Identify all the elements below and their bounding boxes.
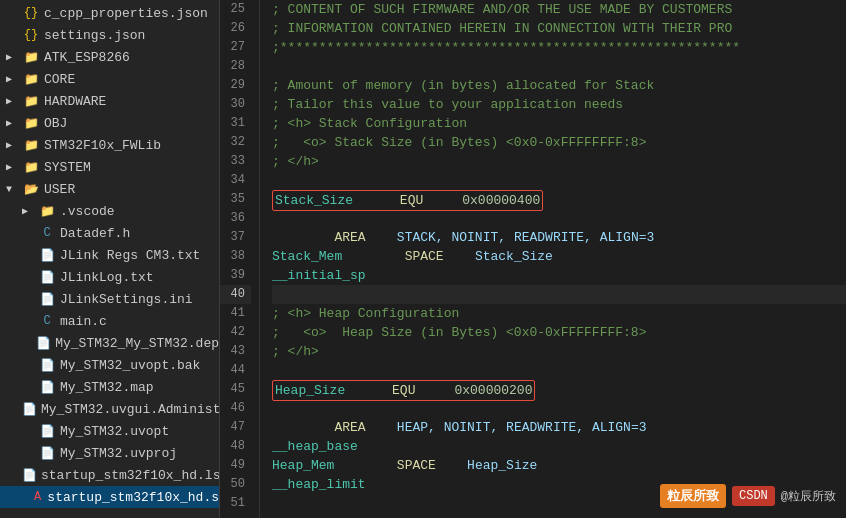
code-line-39: __initial_sp (272, 266, 846, 285)
c-icon: C (38, 226, 56, 240)
line-num-38: 38 (220, 247, 251, 266)
watermark-handle: @粒辰所致 (781, 488, 836, 505)
code-line-36 (272, 209, 846, 228)
equ-keyword: EQU (400, 193, 423, 208)
sidebar-item-label: Datadef.h (60, 226, 130, 241)
sidebar-item-SYSTEM[interactable]: ▶📁SYSTEM (0, 156, 219, 178)
sidebar-item-startup_lst[interactable]: 📄startup_stm32f10x_hd.lst (0, 464, 219, 486)
sidebar-item-My_STM32_bak[interactable]: 📄My_STM32_uvopt.bak (0, 354, 219, 376)
code-line-41: ; <h> Heap Configuration (272, 304, 846, 323)
mnem-instr: AREA (334, 230, 365, 245)
sidebar-item-My_STM32_uvgui[interactable]: 📄My_STM32.uvgui.Administrator (0, 398, 219, 420)
chevron-icon: ▶ (6, 73, 22, 85)
sidebar-item-c_cpp_properties[interactable]: {}c_cpp_properties.json (0, 2, 219, 24)
sidebar-item-My_STM32_uvopt[interactable]: 📄My_STM32.uvopt (0, 420, 219, 442)
sidebar-item-label: OBJ (44, 116, 67, 131)
mnem-label: Heap_Mem (272, 458, 334, 473)
comment-span: ; </h> (272, 154, 319, 169)
mnem-instr: SPACE (405, 249, 444, 264)
code-line-33: ; </h> (272, 152, 846, 171)
file-tree: {}c_cpp_properties.json{}settings.json▶📁… (0, 0, 220, 518)
folder-open-icon: 📂 (22, 182, 40, 197)
line-num-49: 49 (220, 456, 251, 475)
line-num-28: 28 (220, 57, 251, 76)
watermark: 粒辰所致 CSDN @粒辰所致 (660, 484, 836, 508)
line-num-36: 36 (220, 209, 251, 228)
editor-pane: 2526272829303132333435363738394041424344… (220, 0, 846, 518)
mnem-args: STACK, NOINIT, READWRITE, ALIGN=3 (397, 230, 654, 245)
line-num-37: 37 (220, 228, 251, 247)
folder-icon: 📁 (22, 116, 40, 131)
comment-span: ; Amount of memory (in bytes) allocated … (272, 78, 654, 93)
sidebar-item-Datadef_h[interactable]: CDatadef.h (0, 222, 219, 244)
equ-statement: Heap_Size EQU 0x00000200 (272, 380, 535, 401)
comment-span: ; </h> (272, 344, 319, 359)
folder-icon: 📁 (22, 72, 40, 87)
sidebar-item-label: USER (44, 182, 75, 197)
equ-value: 0x00000200 (454, 383, 532, 398)
sidebar-item-label: My_STM32.map (60, 380, 154, 395)
equ-label: Stack_Size (275, 193, 353, 208)
json-icon: {} (22, 6, 40, 20)
sidebar-item-label: startup_stm32f10x_hd.lst (41, 468, 220, 483)
code-line-28 (272, 57, 846, 76)
file-icon: 📄 (38, 424, 56, 439)
code-line-35: Stack_Size EQU 0x00000400 (272, 190, 846, 209)
equ-keyword: EQU (392, 383, 415, 398)
sidebar-item-label: JLink Regs CM3.txt (60, 248, 200, 263)
line-num-25: 25 (220, 0, 251, 19)
sidebar-item-startup_s[interactable]: Astartup_stm32f10x_hd.s (0, 486, 219, 508)
sidebar-item-settings_json[interactable]: {}settings.json (0, 24, 219, 46)
comment-span: ;***************************************… (272, 40, 740, 55)
sidebar-item-label: My_STM32_uvopt.bak (60, 358, 200, 373)
line-num-45: 45 (220, 380, 251, 399)
code-area: ; CONTENT OF SUCH FIRMWARE AND/OR THE US… (260, 0, 846, 518)
line-num-51: 51 (220, 494, 251, 513)
line-num-33: 33 (220, 152, 251, 171)
code-line-40 (272, 285, 846, 304)
chevron-icon: ▶ (22, 205, 38, 217)
sidebar-item-STM32F10x_FWLib[interactable]: ▶📁STM32F10x_FWLib (0, 134, 219, 156)
sidebar-item-label: CORE (44, 72, 75, 87)
line-num-35: 35 (220, 190, 251, 209)
mnem-args: Heap_Size (467, 458, 537, 473)
folder-icon: 📁 (22, 94, 40, 109)
mnem-args: Stack_Size (475, 249, 553, 264)
sidebar-item-HARDWARE[interactable]: ▶📁HARDWARE (0, 90, 219, 112)
sidebar-item-OBJ[interactable]: ▶📁OBJ (0, 112, 219, 134)
line-num-43: 43 (220, 342, 251, 361)
sidebar-item-My_STM32_map[interactable]: 📄My_STM32.map (0, 376, 219, 398)
sidebar-item-USER[interactable]: ▼📂USER (0, 178, 219, 200)
sidebar-item-label: c_cpp_properties.json (44, 6, 208, 21)
sidebar-item-JLinkSettings[interactable]: 📄JLinkSettings.ini (0, 288, 219, 310)
code-line-34 (272, 171, 846, 190)
sidebar-item-vscode[interactable]: ▶📁.vscode (0, 200, 219, 222)
equ-value: 0x00000400 (462, 193, 540, 208)
code-line-46 (272, 399, 846, 418)
sidebar-item-label: JLinkLog.txt (60, 270, 154, 285)
folder-icon: 📁 (38, 204, 56, 219)
label-span: __heap_limit (272, 477, 366, 492)
watermark-platform: CSDN (732, 486, 775, 506)
line-num-32: 32 (220, 133, 251, 152)
line-num-44: 44 (220, 361, 251, 380)
code-line-27: ;***************************************… (272, 38, 846, 57)
sidebar-item-main_c[interactable]: Cmain.c (0, 310, 219, 332)
sidebar-item-CORE[interactable]: ▶📁CORE (0, 68, 219, 90)
line-num-27: 27 (220, 38, 251, 57)
folder-icon: 📁 (22, 138, 40, 153)
line-num-40: 40 (220, 285, 251, 304)
sidebar-item-label: ATK_ESP8266 (44, 50, 130, 65)
sidebar-item-My_STM32_dep[interactable]: 📄My_STM32_My_STM32.dep (0, 332, 219, 354)
mnem-args: HEAP, NOINIT, READWRITE, ALIGN=3 (397, 420, 647, 435)
label-span: __initial_sp (272, 268, 366, 283)
sidebar-item-label: My_STM32.uvgui.Administrator (41, 402, 220, 417)
line-num-46: 46 (220, 399, 251, 418)
sidebar-item-JLink_Regs[interactable]: 📄JLink Regs CM3.txt (0, 244, 219, 266)
sidebar-item-JLinkLog[interactable]: 📄JLinkLog.txt (0, 266, 219, 288)
sidebar-item-My_STM32_uvproj[interactable]: 📄My_STM32.uvproj (0, 442, 219, 464)
line-num-31: 31 (220, 114, 251, 133)
folder-icon: 📁 (22, 160, 40, 175)
sidebar-item-ATK_ESP8266[interactable]: ▶📁ATK_ESP8266 (0, 46, 219, 68)
file-icon: 📄 (38, 292, 56, 307)
